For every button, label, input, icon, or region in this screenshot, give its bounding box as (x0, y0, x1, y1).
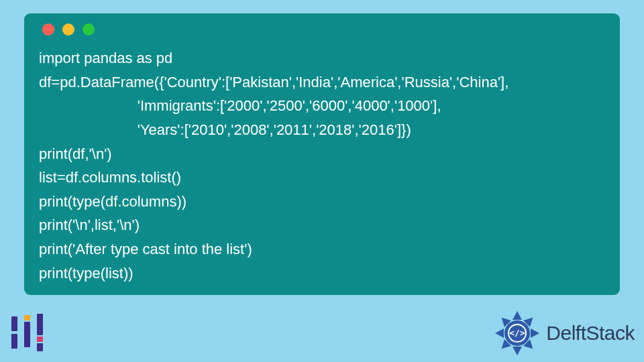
svg-marker-0 (513, 311, 522, 320)
code-content: import pandas as pd df=pd.DataFrame({'Co… (39, 46, 605, 285)
page-canvas: import pandas as pd df=pd.DataFrame({'Co… (0, 0, 644, 362)
close-icon (42, 23, 54, 36)
publisher-logo-left (5, 310, 51, 355)
minimize-icon (62, 23, 74, 36)
brand-logo: </> DelftStack (494, 310, 635, 357)
brand-emblem-icon: </> (494, 310, 541, 357)
svg-text:</>: </> (510, 328, 526, 338)
window-controls (42, 23, 605, 36)
svg-marker-6 (495, 328, 504, 338)
svg-marker-4 (513, 347, 522, 355)
code-block: import pandas as pd df=pd.DataFrame({'Co… (24, 13, 620, 295)
zoom-icon (83, 23, 95, 36)
brand-name: DelftStack (546, 322, 635, 345)
svg-marker-2 (531, 328, 539, 338)
